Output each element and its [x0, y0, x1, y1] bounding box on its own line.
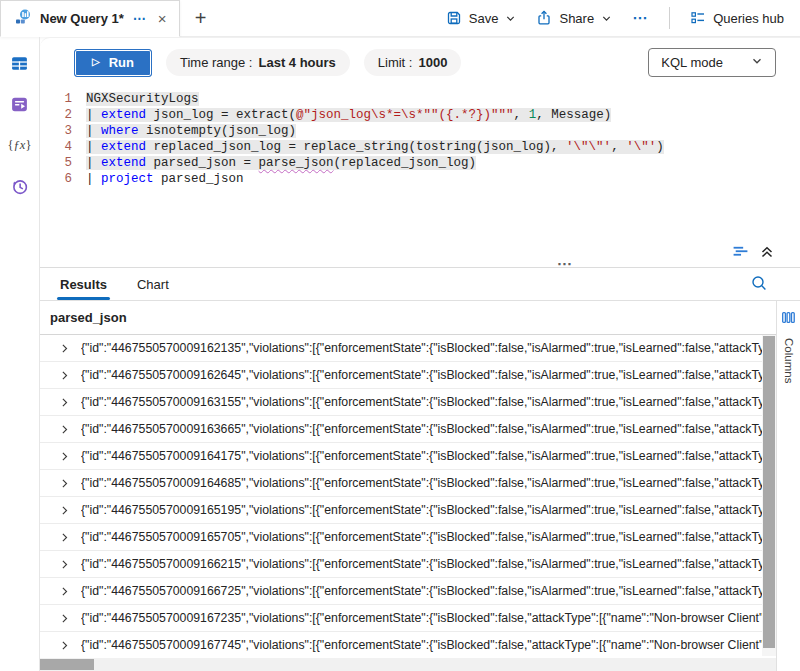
save-button[interactable]: Save	[446, 10, 517, 26]
expand-row-icon[interactable]	[58, 504, 71, 517]
line-number: 3	[40, 123, 72, 139]
vertical-scrollbar[interactable]	[762, 335, 776, 656]
time-range-label: Time range :	[180, 55, 253, 70]
results-grid: parsed_json {"id":"4467550570009162135",…	[40, 301, 776, 671]
row-json-text: {"id":"4467550570009166215","violations"…	[81, 557, 762, 571]
query-tab[interactable]: New Query 1* ⋯ ×	[0, 0, 180, 37]
columns-icon	[781, 310, 796, 329]
expand-row-icon[interactable]	[58, 612, 71, 625]
collapse-panel-icon[interactable]	[759, 244, 775, 260]
functions-icon[interactable]: {ƒx}	[10, 135, 30, 155]
query-mode-select[interactable]: KQL mode	[648, 48, 776, 77]
run-button[interactable]: ▷ Run	[74, 49, 152, 77]
tables-icon[interactable]	[10, 53, 30, 73]
adx-query-icon	[15, 9, 31, 29]
expand-row-icon[interactable]	[58, 369, 71, 382]
left-rail: {ƒx}	[0, 37, 40, 671]
time-range-pill[interactable]: Time range : Last 4 hours	[166, 49, 350, 76]
expand-row-icon[interactable]	[58, 342, 71, 355]
columns-side-tab[interactable]: Columns	[776, 301, 800, 671]
query-toolbar: ▷ Run Time range : Last 4 hours Limit : …	[40, 38, 800, 83]
tab-bar: New Query 1* ⋯ × + Save	[0, 0, 800, 37]
queries-hub-button[interactable]: Queries hub	[690, 10, 784, 26]
code-line[interactable]: 1NGXSecurityLogs	[40, 91, 800, 107]
table-row[interactable]: {"id":"4467550570009163155","violations"…	[40, 389, 762, 416]
share-button[interactable]: Share	[536, 10, 612, 26]
table-row[interactable]: {"id":"4467550570009166215","violations"…	[40, 551, 762, 578]
table-row[interactable]: {"id":"4467550570009167235","violations"…	[40, 605, 762, 632]
horizontal-scrollbar-thumb[interactable]	[40, 659, 94, 670]
editor-splitter: ⋯	[40, 241, 800, 268]
code-line[interactable]: 3| where isnotempty(json_log)	[40, 123, 800, 139]
code-line[interactable]: 2| extend json_log = extract(@"json_log\…	[40, 107, 800, 123]
new-tab-button[interactable]: +	[180, 0, 222, 36]
query-panel: ▷ Run Time range : Last 4 hours Limit : …	[40, 37, 800, 671]
row-json-text: {"id":"4467550570009164685","violations"…	[81, 476, 762, 490]
play-icon: ▷	[92, 57, 100, 67]
table-row[interactable]: {"id":"4467550570009163665","violations"…	[40, 416, 762, 443]
expand-row-icon[interactable]	[58, 639, 71, 652]
table-row[interactable]: {"id":"4467550570009165705","violations"…	[40, 524, 762, 551]
line-number: 5	[40, 155, 72, 171]
query-history-icon[interactable]	[10, 176, 30, 196]
saved-queries-icon[interactable]	[10, 94, 30, 114]
horizontal-scrollbar[interactable]	[40, 658, 776, 671]
results-tabs: Results Chart	[40, 268, 800, 301]
table-row[interactable]: {"id":"4467550570009164175","violations"…	[40, 443, 762, 470]
chevron-down-icon	[751, 55, 763, 70]
main-area: {ƒx} ▷ Run Time range : Last 4 hours Lim…	[0, 37, 800, 671]
tab-results[interactable]: Results	[60, 268, 107, 300]
row-json-text: {"id":"4467550570009165705","violations"…	[81, 530, 762, 544]
results-panel-icon[interactable]	[732, 243, 749, 260]
vertical-scrollbar-thumb[interactable]	[763, 336, 775, 648]
row-json-text: {"id":"4467550570009162645","violations"…	[81, 368, 762, 382]
code-line[interactable]: 6| project parsed_json	[40, 171, 800, 187]
limit-pill[interactable]: Limit : 1000	[364, 49, 462, 76]
save-icon	[446, 10, 462, 26]
table-row[interactable]: {"id":"4467550570009162135","violations"…	[40, 335, 762, 362]
table-row[interactable]: {"id":"4467550570009166725","violations"…	[40, 578, 762, 605]
table-row[interactable]: {"id":"4467550570009165195","violations"…	[40, 497, 762, 524]
results-panel: Results Chart parsed_json {"id":"4467550…	[40, 268, 800, 671]
row-json-text: {"id":"4467550570009164175","violations"…	[81, 449, 762, 463]
tab-more-icon[interactable]: ⋯	[133, 11, 147, 26]
line-number: 1	[40, 91, 72, 107]
row-json-text: {"id":"4467550570009167235","violations"…	[81, 611, 762, 625]
line-number: 6	[40, 171, 72, 187]
query-mode-value: KQL mode	[661, 55, 723, 70]
expand-row-icon[interactable]	[58, 558, 71, 571]
search-icon[interactable]	[750, 274, 768, 296]
queries-hub-icon	[690, 10, 706, 26]
column-header-parsed-json[interactable]: parsed_json	[40, 301, 776, 335]
expand-row-icon[interactable]	[58, 423, 71, 436]
code-line[interactable]: 4| extend replaced_json_log = replace_st…	[40, 139, 800, 155]
results-body: parsed_json {"id":"4467550570009162135",…	[40, 301, 800, 671]
divider	[669, 7, 670, 29]
row-json-text: {"id":"4467550570009163665","violations"…	[81, 422, 762, 436]
table-row[interactable]: {"id":"4467550570009162645","violations"…	[40, 362, 762, 389]
row-json-text: {"id":"4467550570009166725","violations"…	[81, 584, 762, 598]
query-editor[interactable]: 1NGXSecurityLogs2| extend json_log = ext…	[40, 83, 800, 241]
tab-close-icon[interactable]: ×	[156, 11, 169, 26]
limit-value: 1000	[418, 55, 447, 70]
share-icon	[536, 10, 552, 26]
expand-row-icon[interactable]	[58, 396, 71, 409]
expand-row-icon[interactable]	[58, 450, 71, 463]
chevron-down-icon	[601, 13, 612, 24]
line-number: 4	[40, 139, 72, 155]
code-lines: 1NGXSecurityLogs2| extend json_log = ext…	[40, 91, 800, 187]
limit-label: Limit :	[378, 55, 413, 70]
tab-chart[interactable]: Chart	[137, 268, 169, 300]
chevron-down-icon	[505, 13, 516, 24]
more-actions-button[interactable]: ⋯	[632, 9, 649, 27]
results-rows: {"id":"4467550570009162135","violations"…	[40, 335, 776, 656]
expand-row-icon[interactable]	[58, 477, 71, 490]
expand-row-icon[interactable]	[58, 585, 71, 598]
table-row[interactable]: {"id":"4467550570009164685","violations"…	[40, 470, 762, 497]
table-row[interactable]: {"id":"4467550570009167745","violations"…	[40, 632, 762, 656]
row-json-text: {"id":"4467550570009162135","violations"…	[81, 341, 762, 355]
tab-title: New Query 1*	[40, 11, 124, 26]
more-icon: ⋯	[632, 9, 649, 27]
code-line[interactable]: 5| extend parsed_json = parse_json(repla…	[40, 155, 800, 171]
expand-row-icon[interactable]	[58, 531, 71, 544]
